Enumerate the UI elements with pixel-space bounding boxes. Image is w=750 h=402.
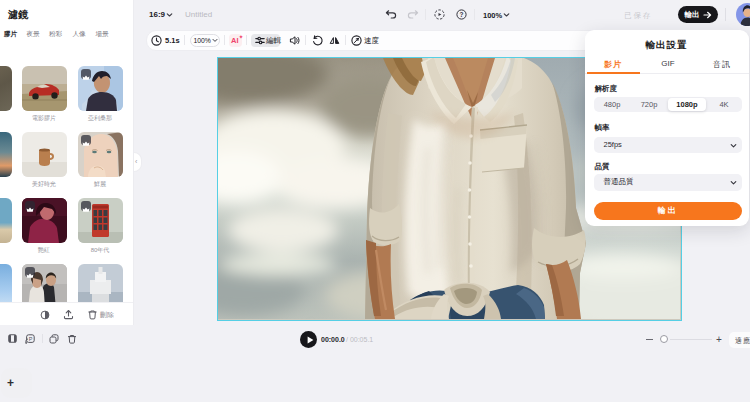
svg-text:?: ? [460, 11, 464, 18]
svg-text:P: P [29, 336, 33, 342]
